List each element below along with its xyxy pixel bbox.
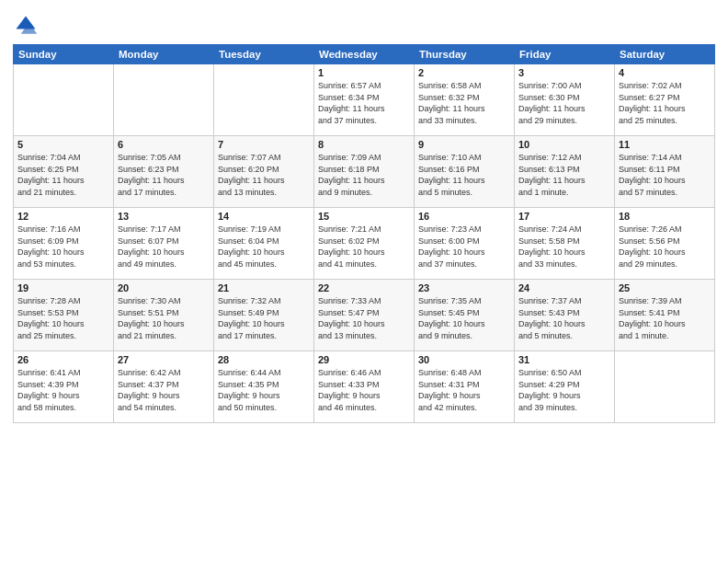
calendar-cell: 22Sunrise: 7:33 AMSunset: 5:47 PMDayligh…	[314, 280, 415, 351]
day-number: 11	[619, 139, 711, 150]
calendar-cell: 11Sunrise: 7:14 AMSunset: 6:11 PMDayligh…	[615, 136, 715, 208]
day-number: 31	[518, 354, 610, 365]
calendar-header-row: SundayMondayTuesdayWednesdayThursdayFrid…	[14, 45, 715, 64]
calendar-week-5: 26Sunrise: 6:41 AMSunset: 4:39 PMDayligh…	[14, 351, 715, 423]
calendar-cell: 13Sunrise: 7:17 AMSunset: 6:07 PMDayligh…	[114, 208, 214, 280]
calendar-cell: 27Sunrise: 6:42 AMSunset: 4:37 PMDayligh…	[114, 351, 214, 423]
day-info: Sunrise: 7:37 AMSunset: 5:43 PMDaylight:…	[518, 295, 610, 341]
day-number: 5	[17, 139, 109, 150]
calendar-cell: 19Sunrise: 7:28 AMSunset: 5:53 PMDayligh…	[14, 280, 114, 351]
calendar-cell	[14, 64, 114, 136]
day-number: 1	[318, 67, 410, 78]
calendar-cell: 3Sunrise: 7:00 AMSunset: 6:30 PMDaylight…	[515, 64, 615, 136]
day-info: Sunrise: 7:09 AMSunset: 6:18 PMDaylight:…	[318, 152, 410, 198]
calendar-cell	[615, 351, 715, 423]
weekday-header-wednesday: Wednesday	[314, 45, 415, 64]
calendar-week-3: 12Sunrise: 7:16 AMSunset: 6:09 PMDayligh…	[14, 208, 715, 280]
day-info: Sunrise: 7:28 AMSunset: 5:53 PMDaylight:…	[17, 295, 109, 341]
day-number: 18	[619, 211, 711, 222]
weekday-header-sunday: Sunday	[14, 45, 114, 64]
weekday-header-thursday: Thursday	[415, 45, 515, 64]
day-info: Sunrise: 6:44 AMSunset: 4:35 PMDaylight:…	[218, 367, 310, 413]
day-info: Sunrise: 7:32 AMSunset: 5:49 PMDaylight:…	[218, 295, 310, 341]
day-info: Sunrise: 7:02 AMSunset: 6:27 PMDaylight:…	[619, 80, 711, 126]
day-number: 16	[418, 211, 510, 222]
day-info: Sunrise: 7:35 AMSunset: 5:45 PMDaylight:…	[418, 295, 510, 341]
calendar-cell: 2Sunrise: 6:58 AMSunset: 6:32 PMDaylight…	[415, 64, 515, 136]
day-info: Sunrise: 7:30 AMSunset: 5:51 PMDaylight:…	[118, 295, 210, 341]
day-number: 24	[518, 282, 610, 293]
calendar-cell: 6Sunrise: 7:05 AMSunset: 6:23 PMDaylight…	[114, 136, 214, 208]
calendar-cell: 23Sunrise: 7:35 AMSunset: 5:45 PMDayligh…	[415, 280, 515, 351]
day-info: Sunrise: 7:39 AMSunset: 5:41 PMDaylight:…	[619, 295, 711, 341]
day-number: 15	[318, 211, 410, 222]
day-number: 14	[218, 211, 310, 222]
day-number: 17	[518, 211, 610, 222]
day-info: Sunrise: 7:17 AMSunset: 6:07 PMDaylight:…	[118, 224, 210, 270]
day-info: Sunrise: 7:24 AMSunset: 5:58 PMDaylight:…	[518, 224, 610, 270]
calendar-cell: 21Sunrise: 7:32 AMSunset: 5:49 PMDayligh…	[214, 280, 314, 351]
day-number: 28	[218, 354, 310, 365]
day-info: Sunrise: 7:07 AMSunset: 6:20 PMDaylight:…	[218, 152, 310, 198]
day-info: Sunrise: 6:50 AMSunset: 4:29 PMDaylight:…	[518, 367, 610, 413]
logo-icon	[13, 13, 39, 39]
day-number: 7	[218, 139, 310, 150]
day-number: 10	[518, 139, 610, 150]
day-info: Sunrise: 7:12 AMSunset: 6:13 PMDaylight:…	[518, 152, 610, 198]
header	[13, 9, 715, 39]
day-info: Sunrise: 7:00 AMSunset: 6:30 PMDaylight:…	[518, 80, 610, 126]
calendar-cell: 25Sunrise: 7:39 AMSunset: 5:41 PMDayligh…	[615, 280, 715, 351]
day-number: 12	[17, 211, 109, 222]
day-number: 8	[318, 139, 410, 150]
day-info: Sunrise: 6:57 AMSunset: 6:34 PMDaylight:…	[318, 80, 410, 126]
day-number: 3	[518, 67, 610, 78]
day-number: 4	[619, 67, 711, 78]
calendar-cell: 7Sunrise: 7:07 AMSunset: 6:20 PMDaylight…	[214, 136, 314, 208]
calendar-cell: 30Sunrise: 6:48 AMSunset: 4:31 PMDayligh…	[415, 351, 515, 423]
day-number: 22	[318, 282, 410, 293]
day-info: Sunrise: 6:46 AMSunset: 4:33 PMDaylight:…	[318, 367, 410, 413]
calendar-cell: 24Sunrise: 7:37 AMSunset: 5:43 PMDayligh…	[515, 280, 615, 351]
day-info: Sunrise: 6:41 AMSunset: 4:39 PMDaylight:…	[17, 367, 109, 413]
logo	[13, 9, 42, 39]
day-info: Sunrise: 7:04 AMSunset: 6:25 PMDaylight:…	[17, 152, 109, 198]
calendar-cell: 31Sunrise: 6:50 AMSunset: 4:29 PMDayligh…	[515, 351, 615, 423]
day-info: Sunrise: 7:14 AMSunset: 6:11 PMDaylight:…	[619, 152, 711, 198]
day-info: Sunrise: 7:19 AMSunset: 6:04 PMDaylight:…	[218, 224, 310, 270]
day-number: 2	[418, 67, 510, 78]
weekday-header-saturday: Saturday	[615, 45, 715, 64]
day-info: Sunrise: 7:16 AMSunset: 6:09 PMDaylight:…	[17, 224, 109, 270]
calendar-cell: 1Sunrise: 6:57 AMSunset: 6:34 PMDaylight…	[314, 64, 415, 136]
calendar-cell: 12Sunrise: 7:16 AMSunset: 6:09 PMDayligh…	[14, 208, 114, 280]
day-info: Sunrise: 6:58 AMSunset: 6:32 PMDaylight:…	[418, 80, 510, 126]
day-number: 13	[118, 211, 210, 222]
day-info: Sunrise: 7:26 AMSunset: 5:56 PMDaylight:…	[619, 224, 711, 270]
day-number: 30	[418, 354, 510, 365]
day-info: Sunrise: 7:33 AMSunset: 5:47 PMDaylight:…	[318, 295, 410, 341]
calendar-week-1: 1Sunrise: 6:57 AMSunset: 6:34 PMDaylight…	[14, 64, 715, 136]
calendar-cell	[214, 64, 314, 136]
calendar-cell: 14Sunrise: 7:19 AMSunset: 6:04 PMDayligh…	[214, 208, 314, 280]
day-number: 26	[17, 354, 109, 365]
day-info: Sunrise: 7:10 AMSunset: 6:16 PMDaylight:…	[418, 152, 510, 198]
calendar-cell: 9Sunrise: 7:10 AMSunset: 6:16 PMDaylight…	[415, 136, 515, 208]
day-number: 27	[118, 354, 210, 365]
day-info: Sunrise: 7:05 AMSunset: 6:23 PMDaylight:…	[118, 152, 210, 198]
calendar-cell: 26Sunrise: 6:41 AMSunset: 4:39 PMDayligh…	[14, 351, 114, 423]
day-number: 6	[118, 139, 210, 150]
calendar-cell: 4Sunrise: 7:02 AMSunset: 6:27 PMDaylight…	[615, 64, 715, 136]
calendar-cell: 15Sunrise: 7:21 AMSunset: 6:02 PMDayligh…	[314, 208, 415, 280]
day-number: 29	[318, 354, 410, 365]
day-number: 23	[418, 282, 510, 293]
day-number: 20	[118, 282, 210, 293]
calendar-cell: 16Sunrise: 7:23 AMSunset: 6:00 PMDayligh…	[415, 208, 515, 280]
calendar-cell: 18Sunrise: 7:26 AMSunset: 5:56 PMDayligh…	[615, 208, 715, 280]
calendar-cell: 17Sunrise: 7:24 AMSunset: 5:58 PMDayligh…	[515, 208, 615, 280]
day-info: Sunrise: 7:23 AMSunset: 6:00 PMDaylight:…	[418, 224, 510, 270]
calendar-cell: 20Sunrise: 7:30 AMSunset: 5:51 PMDayligh…	[114, 280, 214, 351]
day-info: Sunrise: 6:48 AMSunset: 4:31 PMDaylight:…	[418, 367, 510, 413]
day-number: 19	[17, 282, 109, 293]
calendar-cell: 5Sunrise: 7:04 AMSunset: 6:25 PMDaylight…	[14, 136, 114, 208]
day-info: Sunrise: 6:42 AMSunset: 4:37 PMDaylight:…	[118, 367, 210, 413]
calendar-cell	[114, 64, 214, 136]
